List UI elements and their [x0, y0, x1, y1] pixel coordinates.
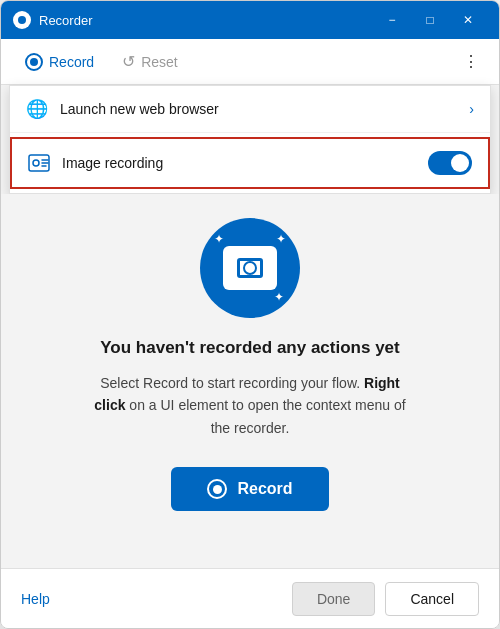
main-description: Select Record to start recording your fl… — [90, 372, 410, 439]
maximize-button[interactable]: □ — [411, 1, 449, 39]
chevron-right-icon: › — [469, 101, 474, 117]
toolbar-record-label: Record — [49, 54, 94, 70]
launch-browser-item[interactable]: 🌐 Launch new web browser › — [10, 86, 490, 133]
illustration-inner — [223, 246, 277, 290]
record-action-label: Record — [237, 480, 292, 498]
record-circle-icon — [25, 53, 43, 71]
image-recording-label: Image recording — [62, 155, 416, 171]
toolbar-reset-button[interactable]: ↺ Reset — [110, 46, 190, 77]
minimize-button[interactable]: − — [373, 1, 411, 39]
toolbar: Record ↺ Reset ⋮ — [1, 39, 499, 85]
svg-point-1 — [33, 160, 39, 166]
sparkle-icon-tr: ✦ — [276, 232, 286, 246]
app-icon — [13, 11, 31, 29]
sparkle-icon-tl: ✦ — [214, 232, 224, 246]
cancel-button[interactable]: Cancel — [385, 582, 479, 616]
desc-text-end: on a UI element to open the context menu… — [125, 397, 405, 435]
image-recording-item[interactable]: Image recording — [10, 137, 490, 189]
title-bar: Recorder − □ ✕ — [1, 1, 499, 39]
illustration: ✦ ✦ ✦ — [200, 218, 300, 318]
camera-icon — [237, 258, 263, 278]
sparkle-icon-br: ✦ — [274, 290, 284, 304]
launch-browser-label: Launch new web browser — [60, 101, 457, 117]
done-button[interactable]: Done — [292, 582, 375, 616]
record-action-button[interactable]: Record — [171, 467, 328, 511]
title-bar-title: Recorder — [39, 13, 373, 28]
image-recording-icon — [28, 152, 50, 174]
close-button[interactable]: ✕ — [449, 1, 487, 39]
record-action-icon — [207, 479, 227, 499]
image-recording-toggle[interactable] — [428, 151, 472, 175]
globe-icon: 🌐 — [26, 98, 48, 120]
desc-text-start: Select Record to start recording your fl… — [100, 375, 364, 391]
title-bar-controls: − □ ✕ — [373, 1, 487, 39]
toolbar-reset-label: Reset — [141, 54, 178, 70]
toolbar-record-button[interactable]: Record — [13, 47, 106, 77]
main-content: ✦ ✦ ✦ You haven't recorded any actions y… — [1, 194, 499, 568]
help-link[interactable]: Help — [21, 591, 50, 607]
footer: Help Done Cancel — [1, 568, 499, 628]
dropdown-menu: 🌐 Launch new web browser › Image recordi… — [9, 85, 491, 194]
toolbar-more-button[interactable]: ⋮ — [455, 46, 487, 78]
main-title: You haven't recorded any actions yet — [100, 338, 399, 358]
